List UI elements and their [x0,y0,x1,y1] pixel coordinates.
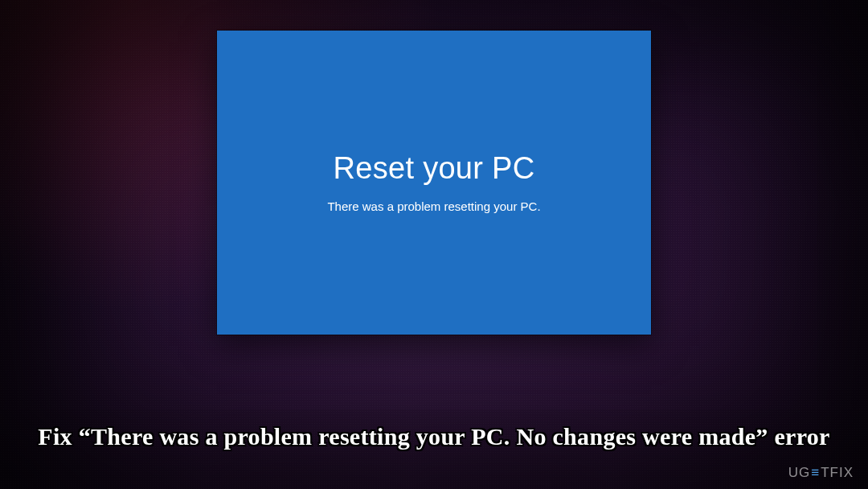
ugetfix-watermark: UG ≡ TFIX [788,465,854,481]
error-window-title: Reset your PC [217,151,651,186]
reset-pc-error-window: Reset your PC There was a problem resett… [217,31,651,335]
watermark-post: TFIX [821,465,854,481]
watermark-logo-icon: ≡ [811,465,820,481]
article-caption: Fix “There was a problem resetting your … [0,423,868,450]
error-window-message: There was a problem resetting your PC. [217,199,651,213]
watermark-pre: UG [788,465,811,481]
